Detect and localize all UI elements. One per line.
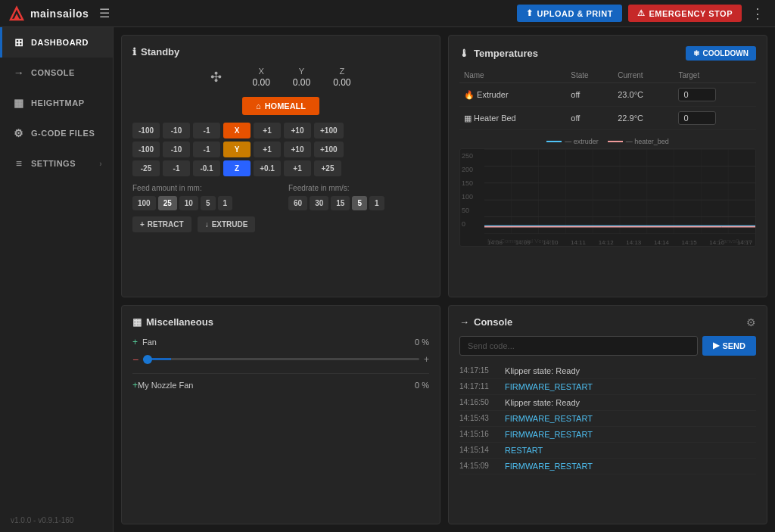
temp-row-extruder: 🔥 Extruder off 23.0°C: [459, 83, 756, 107]
settings-icon: ≡: [13, 157, 25, 170]
fan-slider-row: − +: [132, 353, 429, 366]
fan-plus-icon[interactable]: +: [424, 354, 429, 365]
jog-z-minus1[interactable]: -1: [163, 160, 190, 176]
jog-y-plus1[interactable]: +1: [254, 142, 281, 157]
extruder-target-input[interactable]: [678, 88, 716, 101]
send-row: ▶ SEND: [459, 336, 756, 356]
jog-y-axis[interactable]: Y: [223, 142, 251, 157]
console-settings-icon[interactable]: ⚙: [746, 316, 756, 328]
jog-y-plus10[interactable]: +10: [284, 142, 311, 157]
feed-25[interactable]: 25: [158, 196, 177, 210]
jog-x-minus1[interactable]: -1: [193, 123, 220, 138]
feed-10[interactable]: 10: [179, 196, 198, 210]
emergency-label: Emergency Stop: [649, 9, 733, 18]
emergency-stop-button[interactable]: ⚠ Emergency Stop: [628, 5, 742, 22]
home-icon: ⌂: [256, 101, 261, 110]
temp-title-icon: 🌡: [459, 48, 469, 59]
feed-5[interactable]: 5: [201, 196, 216, 210]
send-button[interactable]: ▶ SEND: [702, 336, 756, 356]
topbar: mainsailos ☰ ⬆ Upload & Print ⚠ Emergenc…: [0, 0, 775, 27]
x-jog-row: -100 -10 -1 X +1 +10 +100: [132, 123, 429, 138]
sidebar-item-dashboard[interactable]: ⊞ DASHBOARD: [0, 27, 113, 58]
version-label: v1.0.0 - v0.9.1-160: [0, 509, 113, 532]
feedrate-1[interactable]: 1: [369, 196, 384, 210]
chevron-right-icon: ›: [99, 160, 102, 168]
chart-legend: — extruder — heater_bed: [459, 138, 756, 145]
sidebar-item-label: HEIGHTMAP: [31, 98, 85, 107]
temp-header: 🌡 Temperatures ❄ COOLDOWN: [459, 46, 756, 61]
temp-table-header: Name State Current Target: [459, 68, 756, 83]
heater-bed-legend-color: [608, 141, 623, 142]
jog-z-plus25[interactable]: +25: [314, 160, 341, 176]
feedrate-30[interactable]: 30: [310, 196, 328, 210]
feedrate-60[interactable]: 60: [288, 196, 307, 210]
console-log: 14:17:15 Klipper state: Ready 14:17:11 F…: [459, 363, 756, 474]
jog-x-plus100[interactable]: +100: [314, 123, 344, 138]
jog-z-plus01[interactable]: +0.1: [254, 160, 281, 176]
axis-display: ✣ X 0.00 Y 0.00 Z 0.00: [132, 67, 429, 88]
feed-100[interactable]: 100: [132, 196, 156, 210]
log-entry: 14:15:09 FIRMWARE_RESTART: [459, 459, 756, 474]
hamburger-button[interactable]: ☰: [96, 3, 113, 23]
jog-x-axis[interactable]: X: [223, 123, 251, 138]
jog-x-plus1[interactable]: +1: [254, 123, 281, 138]
axis-z: Z 0.00: [333, 67, 350, 88]
feedrate-15[interactable]: 15: [331, 196, 350, 210]
info-icon: ℹ: [132, 46, 136, 58]
jog-y-minus100[interactable]: -100: [132, 142, 160, 157]
sidebar-item-label: G-CODE FILES: [31, 129, 95, 138]
upload-print-button[interactable]: ⬆ Upload & Print: [517, 5, 622, 22]
temp-table: Name State Current Target 🔥 Extruder off…: [459, 68, 756, 130]
feed-1[interactable]: 1: [218, 196, 233, 210]
axis-x: X 0.00: [252, 67, 269, 88]
extrude-button[interactable]: ↓ EXTRUDE: [198, 216, 256, 232]
console-panel: → Console ⚙ ▶ SEND 14:17:15 Klipper stat…: [448, 305, 767, 525]
fan-label: Fan: [142, 338, 402, 347]
feedrate-5[interactable]: 5: [352, 196, 367, 210]
chart-svg: [484, 149, 755, 234]
cooldown-button[interactable]: ❄ COOLDOWN: [686, 46, 756, 61]
fan-slider[interactable]: [143, 358, 419, 360]
fan-row: + Fan 0 %: [132, 337, 429, 347]
emergency-icon: ⚠: [637, 8, 646, 18]
sidebar-item-settings[interactable]: ≡ SETTINGS ›: [0, 148, 113, 179]
jog-x-minus10[interactable]: -10: [163, 123, 190, 138]
divider: [132, 373, 429, 374]
jog-x-plus10[interactable]: +10: [284, 123, 311, 138]
sidebar-item-heightmap[interactable]: ▦ HEIGHTMAP: [0, 88, 113, 118]
jog-z-minus25[interactable]: -25: [132, 160, 160, 176]
send-code-input[interactable]: [459, 336, 698, 356]
standby-title: ℹ Standby: [132, 46, 429, 58]
jog-z-plus1[interactable]: +1: [284, 160, 311, 176]
jog-x-minus100[interactable]: -100: [132, 123, 160, 138]
jog-z-axis[interactable]: Z: [223, 160, 251, 176]
logo: mainsailos: [8, 5, 89, 23]
sidebar-item-gcode[interactable]: ⚙ G-CODE FILES: [0, 118, 113, 148]
jog-y-minus1[interactable]: -1: [193, 142, 220, 157]
feedrate-label: Feedrate in mm/s:: [288, 184, 429, 192]
y-jog-row: -100 -10 -1 Y +1 +10 +100: [132, 142, 429, 157]
more-options-button[interactable]: ⋮: [748, 5, 767, 22]
nozzle-fan-row: + My Nozzle Fan 0 %: [132, 380, 429, 390]
jog-y-minus10[interactable]: -10: [163, 142, 190, 157]
fan-expand-icon[interactable]: +: [132, 337, 138, 347]
feed-amount-buttons: 100 25 10 5 1: [132, 196, 273, 210]
chart-watermark: Canvs0.com: [719, 238, 752, 244]
retract-button[interactable]: + RETRACT: [132, 216, 191, 232]
nozzle-percentage: 0 %: [415, 381, 429, 390]
axes-icon: ✣: [210, 69, 222, 86]
feed-section: Feed amount in mm: 100 25 10 5 1 Feedrat…: [132, 184, 429, 210]
bed-target-input[interactable]: [678, 111, 716, 125]
jog-z-minus01[interactable]: -0.1: [193, 160, 220, 176]
legend-heater-bed: — heater_bed: [608, 138, 669, 145]
log-entry: 14:15:16 FIRMWARE_RESTART: [459, 427, 756, 443]
nozzle-expand-icon[interactable]: +: [132, 380, 138, 390]
nozzle-label: My Nozzle Fan: [138, 381, 415, 390]
app-name: mainsailos: [30, 8, 89, 20]
sidebar-item-console[interactable]: → CONSOLE: [0, 58, 113, 88]
heightmap-icon: ▦: [13, 97, 25, 109]
sidebar: ⊞ DASHBOARD → CONSOLE ▦ HEIGHTMAP ⚙ G-CO…: [0, 27, 114, 532]
jog-y-plus100[interactable]: +100: [314, 142, 344, 157]
home-all-button[interactable]: ⌂ HOMEALL: [242, 97, 319, 115]
fan-minus-icon[interactable]: −: [132, 353, 139, 366]
